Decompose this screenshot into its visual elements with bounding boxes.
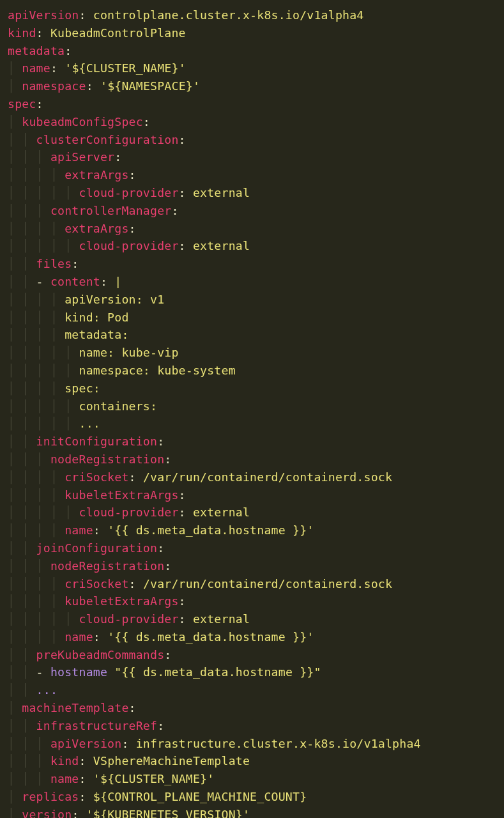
- yaml-value: '${CLUSTER_NAME}': [65, 61, 186, 75]
- yaml-key: version: [22, 808, 72, 818]
- yaml-key: apiVersion: [8, 8, 79, 22]
- yaml-value: '${CLUSTER_NAME}': [93, 772, 215, 785]
- yaml-literal: apiVersion:: [65, 293, 150, 306]
- yaml-literal: spec:: [65, 382, 100, 395]
- yaml-code-block: apiVersion: controlplane.cluster.x-k8s.i…: [0, 0, 504, 818]
- yaml-value: infrastructure.cluster.x-k8s.io/v1alpha4: [136, 737, 421, 750]
- yaml-key: infrastructureRef: [36, 719, 158, 732]
- yaml-key: spec: [8, 97, 36, 111]
- yaml-key: name: [65, 523, 93, 537]
- yaml-value: KubeadmControlPlane: [50, 26, 186, 40]
- yaml-key: preKubeadmCommands: [36, 648, 165, 661]
- yaml-value: /var/run/containerd/containerd.sock: [143, 577, 392, 590]
- yaml-key: cloud-provider: [79, 186, 179, 199]
- yaml-literal: kind: Pod: [65, 311, 128, 324]
- yaml-value: |: [114, 275, 121, 288]
- yaml-key: criSocket: [65, 577, 128, 590]
- yaml-key: replicas: [22, 790, 79, 803]
- yaml-value: ${CONTROL_PLANE_MACHINE_COUNT}: [93, 790, 307, 803]
- yaml-key: metadata: [8, 44, 65, 58]
- yaml-key: name: [65, 630, 93, 644]
- yaml-key: nodeRegistration: [50, 452, 164, 466]
- yaml-key: cloud-provider: [79, 612, 179, 626]
- yaml-key: kubeletExtraArgs: [65, 488, 178, 502]
- yaml-key: cloud-provider: [79, 505, 179, 519]
- yaml-key: extraArgs: [65, 168, 128, 181]
- yaml-value: external: [193, 612, 250, 626]
- yaml-ellipsis: ...: [36, 683, 57, 697]
- yaml-literal: metadata:: [65, 328, 128, 341]
- yaml-key: apiServer: [50, 150, 114, 164]
- yaml-key: kubeadmConfigSpec: [22, 115, 143, 128]
- yaml-value: external: [193, 186, 250, 199]
- yaml-key: kind: [50, 754, 79, 768]
- yaml-value: '${KUBERNETES_VERSION}': [86, 808, 250, 818]
- yaml-key: apiVersion: [50, 737, 122, 750]
- yaml-value: controlplane.cluster.x-k8s.io/v1alpha4: [93, 8, 364, 22]
- yaml-key: cloud-provider: [79, 239, 179, 252]
- yaml-value: external: [193, 239, 250, 252]
- yaml-literal: containers:: [79, 399, 158, 413]
- yaml-key: machineTemplate: [22, 701, 128, 714]
- yaml-value: external: [193, 505, 250, 519]
- yaml-key: nodeRegistration: [50, 559, 164, 573]
- yaml-literal: name: kube-vip: [79, 346, 179, 359]
- yaml-key: name: [50, 772, 79, 785]
- yaml-key: clusterConfiguration: [36, 133, 179, 146]
- yaml-key: joinConfiguration: [36, 541, 158, 555]
- yaml-key: initConfiguration: [36, 435, 158, 448]
- yaml-value: '${NAMESPACE}': [100, 79, 200, 93]
- yaml-key: extraArgs: [65, 222, 128, 235]
- yaml-key: files: [36, 257, 72, 270]
- yaml-key: controllerManager: [50, 204, 172, 217]
- yaml-key: name: [22, 61, 50, 75]
- yaml-value: VSphereMachineTemplate: [93, 754, 250, 768]
- yaml-key: namespace: [22, 79, 86, 93]
- yaml-value: '{{ ds.meta_data.hostname }}': [107, 523, 314, 537]
- yaml-literal: namespace: kube-system: [79, 364, 236, 377]
- yaml-key: content: [50, 275, 100, 288]
- yaml-key: criSocket: [65, 470, 128, 484]
- yaml-key: kind: [8, 26, 36, 40]
- yaml-value: '{{ ds.meta_data.hostname }}': [107, 630, 314, 644]
- yaml-key: kubeletExtraArgs: [65, 594, 178, 608]
- yaml-value: /var/run/containerd/containerd.sock: [143, 470, 392, 484]
- yaml-literal: ...: [79, 417, 100, 430]
- yaml-command: hostname: [50, 665, 114, 679]
